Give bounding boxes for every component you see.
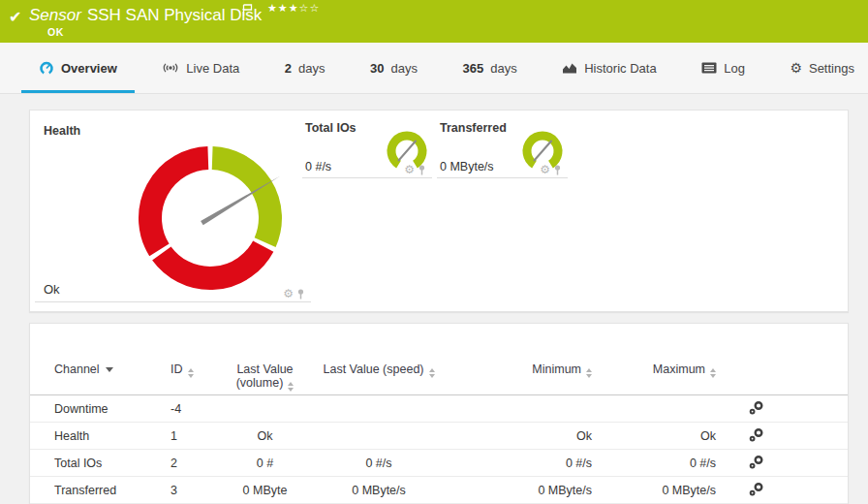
tab-2-days-number: 2 [285, 61, 292, 76]
overview-panel: Health Ok ⚙ Total IOs 0 #/s [29, 110, 849, 312]
last-value-volume: Ok [219, 429, 311, 443]
transferred-gauge-tile: Transferred 0 MByte/s ⚙ [437, 118, 568, 178]
tab-log[interactable]: Log [692, 43, 755, 93]
minimum-value: Ok [447, 429, 592, 443]
status-check-icon: ✔ [9, 8, 21, 26]
pin-icon[interactable] [418, 165, 426, 175]
tab-30-days-number: 30 [370, 61, 384, 76]
tab-historic-data[interactable]: Historic Data [552, 43, 666, 93]
col-header-last-volume[interactable]: Last Value (volume) [219, 362, 311, 392]
col-header-last-volume-line1: Last Value [219, 362, 311, 376]
transferred-value: 0 MByte/s [440, 160, 494, 173]
sort-icon [429, 368, 435, 378]
gauge-icon [39, 60, 54, 76]
sort-icon [288, 382, 294, 392]
channel-table-header: Channel ID Last Value (volume) Last Valu… [30, 324, 848, 395]
tab-settings-label: Settings [809, 61, 854, 76]
transferred-title: Transferred [440, 121, 507, 135]
sensor-name: SSH SAN Physical Disk [87, 6, 262, 24]
stars-empty: ☆☆ [299, 2, 321, 15]
col-header-id[interactable]: ID [170, 362, 219, 378]
minimum-value: 0 MByte/s [447, 484, 592, 497]
live-data-icon [162, 61, 179, 75]
object-type-label: Sensor [29, 6, 81, 24]
minimum-value: 0 #/s [447, 457, 592, 470]
status-badge: OK [47, 26, 64, 38]
last-value-speed: 0 MByte/s [311, 484, 447, 497]
tab-log-label: Log [724, 61, 745, 76]
table-row-transferred: Transferred 3 0 MByte 0 MByte/s 0 MByte/… [30, 477, 848, 504]
col-header-maximum[interactable]: Maximum [592, 362, 716, 378]
log-icon [701, 62, 717, 74]
edit-channel-icon[interactable] [749, 482, 764, 499]
channel-name[interactable]: Downtime [54, 402, 170, 416]
pin-icon[interactable] [553, 165, 562, 175]
tab-live-data-label: Live Data [186, 61, 239, 76]
total-ios-title: Total IOs [305, 121, 356, 135]
sensor-header: ✔ SensorSSH SAN Physical Disk ★★★☆☆ OK [0, 0, 868, 43]
channel-id: 2 [170, 457, 219, 470]
health-gauge [133, 141, 288, 296]
channel-name[interactable]: Total IOs [54, 457, 170, 470]
maximum-value: 0 MByte/s [592, 484, 716, 497]
col-header-last-speed-label: Last Value (speed) [324, 362, 424, 376]
edit-channel-icon[interactable] [749, 427, 764, 445]
last-value-volume: 0 # [219, 457, 311, 470]
tab-live-data[interactable]: Live Data [152, 43, 249, 93]
gauge-settings-gear-icon[interactable]: ⚙ [540, 164, 550, 175]
col-header-minimum-label: Minimum [532, 362, 581, 376]
prtg-sensor-page: ✔ SensorSSH SAN Physical Disk ★★★☆☆ OK O… [0, 0, 868, 504]
col-header-minimum[interactable]: Minimum [447, 362, 592, 378]
maximum-value: Ok [592, 429, 716, 443]
total-ios-tile-actions: ⚙ [404, 164, 426, 175]
last-value-speed: 0 #/s [311, 457, 447, 470]
col-header-last-volume-line2: (volume) [236, 376, 284, 390]
channel-name[interactable]: Health [54, 429, 170, 443]
col-header-channel-label: Channel [54, 362, 100, 376]
health-tile-actions: ⚙ [283, 288, 305, 299]
tab-overview-label: Overview [61, 61, 117, 76]
gauge-settings-gear-icon[interactable]: ⚙ [283, 288, 294, 299]
channel-id: 1 [170, 429, 219, 443]
sort-desc-icon [106, 367, 113, 372]
tab-365-days-label: days [490, 61, 516, 76]
tab-30-days-label: days [391, 61, 418, 76]
col-header-id-label: ID [170, 362, 183, 376]
tab-bar: Overview Live Data 2 days 30 days 365 da… [0, 43, 868, 94]
tab-overview[interactable]: Overview [29, 43, 127, 93]
gauge-needle [535, 142, 552, 161]
gauge-settings-gear-icon[interactable]: ⚙ [404, 164, 415, 175]
gear-icon: ⚙ [790, 60, 802, 76]
col-header-channel[interactable]: Channel [54, 362, 170, 376]
pin-icon[interactable] [296, 289, 305, 299]
table-row-total-ios: Total IOs 2 0 # 0 #/s 0 #/s 0 #/s [30, 450, 848, 477]
page-title: SensorSSH SAN Physical Disk [29, 6, 262, 25]
health-gauge-status: Ok [44, 282, 60, 297]
health-gauge-title: Health [44, 124, 80, 138]
tab-365-days[interactable]: 365 days [453, 43, 527, 93]
health-gauge-tile: Health Ok ⚙ [35, 118, 311, 302]
tab-30-days[interactable]: 30 days [360, 43, 427, 93]
channel-id: -4 [170, 402, 219, 416]
col-header-maximum-label: Maximum [653, 362, 705, 376]
sort-icon [188, 368, 194, 378]
tab-365-days-number: 365 [463, 61, 484, 76]
maximum-value: 0 #/s [592, 457, 716, 470]
edit-channel-icon[interactable] [749, 400, 764, 418]
channel-name[interactable]: Transferred [54, 484, 170, 497]
gauge-needle [399, 142, 417, 161]
transferred-tile-actions: ⚙ [540, 164, 562, 175]
total-ios-gauge-tile: Total IOs 0 #/s ⚙ [302, 118, 432, 178]
flag-icon[interactable] [242, 3, 253, 20]
col-header-last-speed[interactable]: Last Value (speed) [311, 362, 447, 378]
total-ios-value: 0 #/s [305, 160, 331, 173]
sort-icon [710, 368, 716, 378]
priority-stars[interactable]: ★★★☆☆ [267, 2, 320, 15]
edit-channel-icon[interactable] [749, 455, 764, 472]
stars-filled: ★★★ [267, 2, 299, 15]
channel-table-panel: Channel ID Last Value (volume) Last Valu… [29, 323, 849, 504]
tab-2-days-label: days [298, 61, 325, 76]
tab-settings[interactable]: ⚙ Settings [780, 43, 864, 93]
tab-2-days[interactable]: 2 days [275, 43, 335, 93]
tab-historic-data-label: Historic Data [584, 61, 656, 76]
